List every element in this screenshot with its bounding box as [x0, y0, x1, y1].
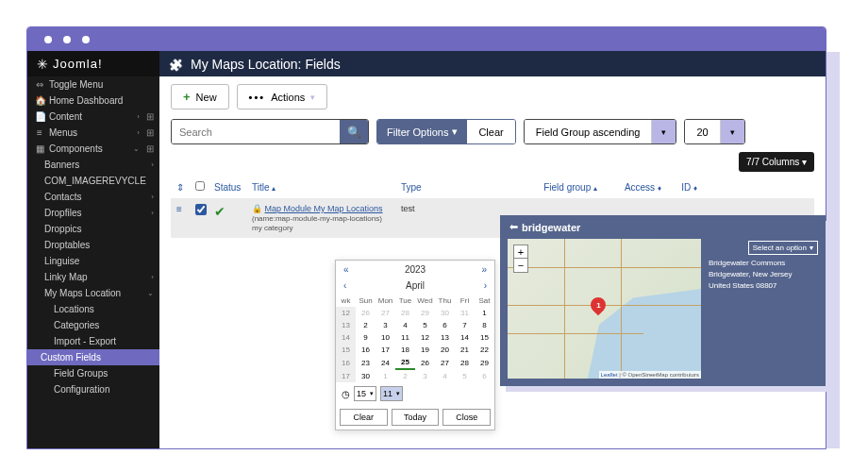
col-id[interactable]: ID ♦ [669, 182, 697, 193]
col-status[interactable]: Status [214, 182, 244, 193]
calendar-day[interactable]: 29 [475, 356, 494, 369]
quickadd-icon[interactable]: ⊞ [146, 111, 154, 122]
minute-select[interactable]: 11▾ [380, 386, 403, 401]
calendar-day[interactable]: 13 [435, 331, 455, 344]
col-access[interactable]: Access ♦ [605, 182, 661, 193]
brand-logo[interactable]: Joomla! [27, 57, 159, 72]
next-month-button[interactable]: › [484, 280, 487, 291]
calendar-day[interactable]: 4 [435, 369, 455, 382]
calendar-day[interactable]: 28 [395, 307, 415, 319]
calendar-day[interactable]: 2 [395, 369, 415, 382]
calendar-day[interactable]: 2 [356, 319, 376, 331]
sidebar-item[interactable]: Configuration [27, 381, 159, 397]
sidebar-item[interactable]: COM_IMAGEREVYCLE [27, 173, 159, 189]
col-order-icon[interactable]: ⇕ [176, 182, 188, 193]
calendar-day[interactable]: 14 [455, 331, 475, 344]
leaflet-link[interactable]: Leaflet [601, 372, 618, 378]
calendar-day[interactable]: 1 [475, 307, 494, 319]
calendar-day[interactable]: 11 [395, 331, 415, 344]
sidebar-item[interactable]: Dropfiles› [27, 205, 159, 221]
calendar-month[interactable]: April [406, 280, 425, 291]
map-canvas[interactable]: + − 1 Leaflet | © OpenStreetMap contribu… [508, 239, 701, 379]
calendar-day[interactable]: 30 [435, 307, 455, 319]
sidebar-item[interactable]: Contacts› [27, 189, 159, 205]
select-all-checkbox[interactable] [195, 181, 205, 191]
calendar-day[interactable]: 22 [475, 344, 494, 356]
row-checkbox[interactable] [195, 204, 207, 215]
columns-button[interactable]: 7/7 Columns ▾ [739, 152, 814, 172]
calendar-day[interactable]: 5 [415, 319, 435, 331]
col-title[interactable]: Title ▴ [252, 182, 393, 193]
sidebar-item[interactable]: Linky Map› [27, 269, 159, 285]
calendar-day[interactable]: 3 [376, 319, 395, 331]
sidebar-item[interactable]: Banners› [27, 157, 159, 173]
sidebar-item[interactable]: Custom Fields [27, 349, 159, 365]
calendar-day[interactable]: 30 [356, 369, 376, 382]
calendar-close-button[interactable]: Close [442, 409, 491, 426]
sidebar-item[interactable]: Droppics [27, 221, 159, 237]
sidebar-item[interactable]: ≡Menus›⊞ [27, 125, 159, 141]
calendar-day[interactable]: 10 [376, 331, 395, 344]
sidebar-item[interactable]: 🏠Home Dashboard [27, 93, 159, 109]
calendar-day[interactable]: 26 [356, 307, 376, 319]
calendar-day[interactable]: 20 [435, 344, 455, 356]
calendar-year[interactable]: 2023 [405, 264, 426, 275]
calendar-day[interactable]: 16 [356, 344, 376, 356]
search-input[interactable] [172, 120, 340, 143]
col-field-group[interactable]: Field group ▴ [475, 182, 597, 193]
calendar-day[interactable]: 17 [376, 344, 395, 356]
calendar-day[interactable]: 3 [415, 369, 435, 382]
row-title-link[interactable]: Map Module My Map Locations [265, 204, 383, 213]
sort-select[interactable]: Field Group ascending ▾ [524, 119, 677, 144]
back-arrow-icon[interactable]: ⬅ [509, 221, 518, 233]
calendar-day[interactable]: 19 [415, 344, 435, 356]
calendar-today-button[interactable]: Today [392, 409, 440, 426]
limit-select[interactable]: 20 ▾ [684, 119, 744, 144]
calendar-day[interactable]: 27 [376, 307, 395, 319]
sidebar-item[interactable]: Linguise [27, 253, 159, 269]
zoom-out-button[interactable]: − [514, 259, 527, 272]
sidebar-item[interactable]: Droptables [27, 237, 159, 253]
prev-month-button[interactable]: ‹ [343, 280, 346, 291]
calendar-day[interactable]: 15 [475, 331, 494, 344]
calendar-day[interactable]: 5 [455, 369, 475, 382]
calendar-day[interactable]: 21 [455, 344, 475, 356]
calendar-day[interactable]: 1 [376, 369, 395, 382]
sidebar-item[interactable]: Categories [27, 317, 159, 333]
hour-select[interactable]: 15▾ [354, 386, 376, 401]
new-button[interactable]: + New [171, 84, 229, 110]
sidebar-item[interactable]: My Maps Location⌄ [27, 285, 159, 301]
calendar-day[interactable]: 4 [395, 319, 415, 331]
clear-button[interactable]: Clear [467, 120, 514, 143]
calendar-day[interactable]: 23 [356, 356, 376, 369]
calendar-day[interactable]: 24 [376, 356, 395, 369]
prev-year-button[interactable]: « [343, 264, 349, 275]
col-type[interactable]: Type [401, 182, 467, 193]
sidebar-item[interactable]: Locations [27, 301, 159, 317]
sidebar-item[interactable]: Field Groups [27, 365, 159, 381]
calendar-day[interactable]: 27 [435, 356, 455, 369]
calendar-clear-button[interactable]: Clear [340, 409, 388, 426]
sidebar-item[interactable]: ⇔Toggle Menu [27, 76, 159, 93]
calendar-day[interactable]: 31 [455, 307, 475, 319]
calendar-day[interactable]: 28 [455, 356, 475, 369]
calendar-day[interactable]: 9 [356, 331, 376, 344]
sidebar-item[interactable]: 📄Content›⊞ [27, 109, 159, 125]
actions-button[interactable]: ••• Actions ▾ [237, 84, 328, 110]
select-option-button[interactable]: Select an option ▾ [748, 241, 818, 255]
calendar-day[interactable]: 26 [415, 356, 435, 369]
calendar-day[interactable]: 12 [415, 331, 435, 344]
next-year-button[interactable]: » [481, 264, 487, 275]
status-published-icon[interactable]: ✔ [214, 204, 244, 219]
sidebar-item[interactable]: ▦Components⌄⊞ [27, 141, 159, 157]
calendar-day[interactable]: 6 [435, 319, 455, 331]
quickadd-icon[interactable]: ⊞ [146, 127, 154, 138]
quickadd-icon[interactable]: ⊞ [146, 143, 154, 154]
filter-options-button[interactable]: Filter Options ▾ [377, 120, 467, 143]
search-button[interactable]: 🔍 [340, 120, 368, 143]
lock-icon[interactable]: 🔒 [252, 204, 262, 213]
drag-handle-icon[interactable]: ≡ [176, 204, 188, 214]
calendar-day[interactable]: 18 [395, 344, 415, 356]
calendar-day[interactable]: 7 [455, 319, 475, 331]
sidebar-item[interactable]: Import - Export [27, 333, 159, 349]
